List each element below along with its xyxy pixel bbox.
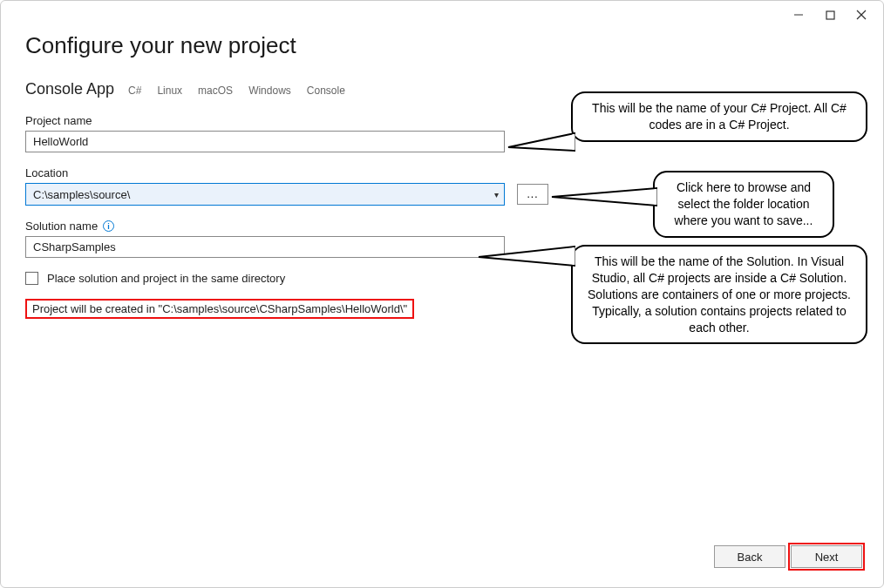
callout-solution: This will be the name of the Solution. I… xyxy=(571,245,867,344)
location-combo[interactable]: C:\samples\source\ ▾ xyxy=(25,183,505,206)
tag-list: C# Linux macOS Windows Console xyxy=(128,84,345,97)
solution-name-label-text: Solution name xyxy=(25,220,98,233)
footer-buttons: Back Next xyxy=(714,545,862,568)
project-name-input[interactable] xyxy=(25,131,505,152)
chevron-down-icon: ▾ xyxy=(494,190,499,199)
info-icon[interactable]: i xyxy=(103,220,114,232)
callout-text: This will be the name of the Solution. I… xyxy=(588,254,851,335)
tag: Console xyxy=(307,84,345,97)
maximize-icon[interactable] xyxy=(824,9,836,21)
window-controls xyxy=(792,1,883,29)
same-directory-checkbox[interactable] xyxy=(25,272,38,285)
tag: C# xyxy=(128,84,141,97)
tag: Linux xyxy=(157,84,182,97)
tag: Windows xyxy=(248,84,291,97)
location-value: C:\samples\source\ xyxy=(33,188,130,201)
path-preview: Project will be created in "C:\samples\s… xyxy=(25,299,414,319)
close-icon[interactable] xyxy=(855,9,867,21)
svg-marker-6 xyxy=(552,188,656,206)
app-type-label: Console App xyxy=(25,80,114,98)
back-button[interactable]: Back xyxy=(714,545,785,568)
callout-text: This will be the name of your C# Project… xyxy=(592,101,847,132)
next-button[interactable]: Next xyxy=(791,545,862,568)
svg-marker-4 xyxy=(508,133,575,151)
callout-browse: Click here to browse and select the fold… xyxy=(653,171,834,238)
svg-rect-1 xyxy=(826,11,834,19)
svg-marker-8 xyxy=(479,247,575,266)
page-title: Configure your new project xyxy=(25,32,859,59)
same-directory-label: Place solution and project in the same d… xyxy=(47,272,285,285)
minimize-icon[interactable] xyxy=(792,9,805,21)
callout-project-name: This will be the name of your C# Project… xyxy=(571,91,867,142)
callout-text: Click here to browse and select the fold… xyxy=(675,180,813,227)
tag: macOS xyxy=(198,84,233,97)
browse-button[interactable]: ... xyxy=(517,184,548,205)
solution-name-input[interactable] xyxy=(25,236,505,258)
